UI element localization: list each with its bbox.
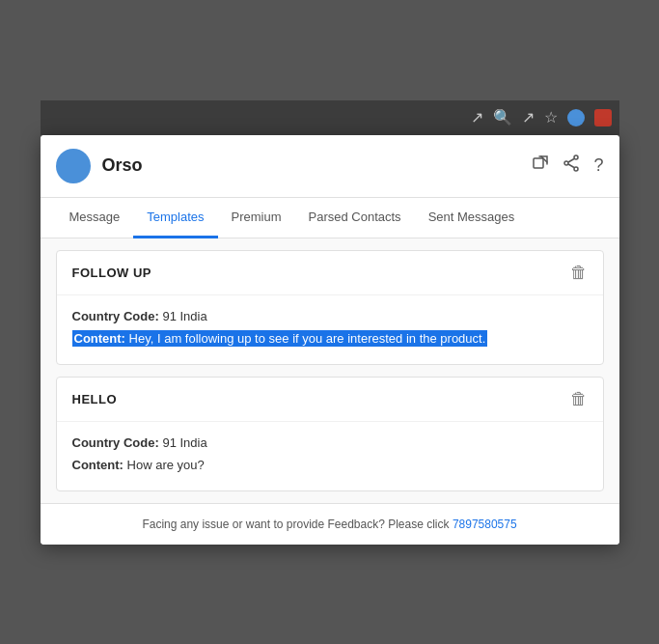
star-icon[interactable]: ☆: [544, 108, 558, 126]
followup-country-code: Country Code: 91 India: [72, 307, 588, 326]
tab-premium[interactable]: Premium: [218, 198, 295, 238]
followup-content: Content: Hey, I am following up to see i…: [72, 329, 588, 349]
delete-followup-button[interactable]: 🗑: [570, 263, 588, 283]
hello-content-value: How are you?: [127, 458, 205, 472]
svg-line-5: [568, 164, 574, 168]
template-card-hello: HELLO 🗑 Country Code: 91 India Content: …: [56, 377, 604, 491]
footer-link[interactable]: 7897580575: [453, 518, 517, 531]
hello-country-code-value: 91 India: [162, 435, 206, 450]
tab-sent-messages[interactable]: Sent Messages: [415, 198, 529, 238]
share-header-icon[interactable]: [563, 154, 580, 177]
hello-country-code: Country Code: 91 India: [72, 434, 588, 453]
svg-point-3: [564, 161, 568, 165]
delete-hello-button[interactable]: 🗑: [570, 389, 588, 409]
followup-content-label: Content:: [74, 331, 125, 346]
share-icon[interactable]: ↗: [522, 108, 535, 126]
hello-content: Content: How are you?: [72, 456, 588, 475]
footer-text: Facing any issue or want to provide Feed…: [142, 518, 453, 531]
followup-country-code-value: 91 India: [162, 309, 206, 323]
app-name: Orso: [102, 155, 533, 176]
expand-icon[interactable]: ↗: [471, 108, 483, 126]
new-tab-icon[interactable]: [532, 154, 549, 177]
tab-templates[interactable]: Templates: [133, 198, 217, 238]
header-icons: ?: [532, 154, 603, 177]
template-followup-header: FOLLOW UP 🗑: [57, 251, 603, 295]
template-hello-title: HELLO: [72, 392, 118, 406]
template-hello-header: HELLO 🗑: [57, 378, 603, 422]
template-followup-title: FOLLOW UP: [72, 266, 152, 280]
help-icon[interactable]: ?: [593, 155, 603, 176]
avatar: [56, 149, 91, 183]
svg-point-1: [574, 155, 578, 159]
zoom-icon[interactable]: 🔍: [493, 108, 512, 126]
svg-rect-0: [534, 158, 543, 168]
footer: Facing any issue or want to provide Feed…: [41, 503, 619, 545]
tabs-bar: Message Templates Premium Parsed Contact…: [41, 198, 619, 238]
hello-content-label: Content:: [72, 458, 124, 472]
template-followup-body: Country Code: 91 India Content: Hey, I a…: [57, 295, 603, 364]
followup-country-code-label: Country Code:: [72, 309, 159, 323]
svg-line-4: [568, 159, 574, 163]
favicon-blue: [567, 109, 585, 126]
template-card-followup: FOLLOW UP 🗑 Country Code: 91 India Conte…: [56, 250, 604, 365]
followup-content-highlight: Content: Hey, I am following up to see i…: [72, 330, 488, 347]
hello-country-code-label: Country Code:: [72, 435, 159, 450]
tab-parsed-contacts[interactable]: Parsed Contacts: [295, 198, 415, 238]
template-hello-body: Country Code: 91 India Content: How are …: [57, 422, 603, 490]
app-header: Orso: [41, 135, 619, 198]
tab-message[interactable]: Message: [56, 198, 134, 238]
svg-point-2: [574, 167, 578, 171]
favicon-red: [594, 109, 612, 126]
followup-content-value: Hey, I am following up to see if you are…: [129, 331, 486, 346]
templates-content: FOLLOW UP 🗑 Country Code: 91 India Conte…: [41, 238, 619, 503]
